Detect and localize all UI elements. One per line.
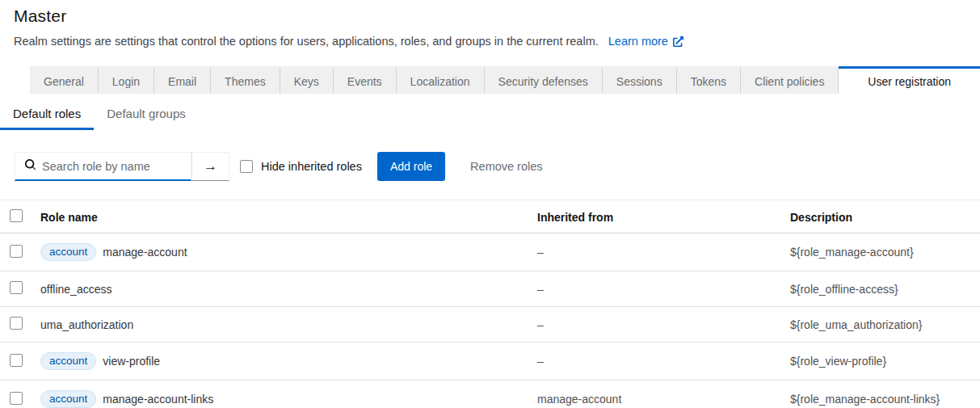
- hide-inherited-roles-control[interactable]: Hide inherited roles: [240, 160, 362, 173]
- role-name: manage-account: [103, 246, 187, 259]
- inherited-from-value: –: [537, 233, 790, 271]
- description-value: ${role_view-profile}: [790, 343, 980, 381]
- tab-tokens[interactable]: Tokens: [677, 66, 741, 94]
- learn-more-label: Learn more: [608, 35, 668, 48]
- remove-roles-button[interactable]: Remove roles: [470, 160, 542, 173]
- row-checkbox[interactable]: [10, 354, 23, 367]
- column-header-description: Description: [790, 200, 980, 233]
- tab-localization[interactable]: Localization: [397, 66, 485, 94]
- tab-sessions[interactable]: Sessions: [603, 66, 677, 94]
- role-name: uma_authorization: [40, 318, 133, 331]
- client-badge: account: [40, 243, 96, 261]
- tab-keys[interactable]: Keys: [280, 66, 334, 94]
- learn-more-link[interactable]: Learn more: [608, 35, 683, 48]
- realm-settings-tabbar: General Login Email Themes Keys Events L…: [0, 66, 980, 94]
- table-row: offline_access – ${role_offline-access}: [0, 271, 980, 307]
- tab-email[interactable]: Email: [154, 66, 211, 94]
- hide-inherited-roles-checkbox[interactable]: [240, 160, 253, 173]
- search-box: [15, 152, 191, 181]
- inherited-from-value: –: [537, 307, 790, 343]
- client-badge: account: [40, 352, 96, 370]
- external-link-icon: [673, 36, 683, 47]
- roles-toolbar: → Hide inherited roles Add role Remove r…: [0, 152, 980, 181]
- tab-security-defenses[interactable]: Security defenses: [485, 66, 603, 94]
- description-value: ${role_offline-access}: [790, 271, 980, 307]
- table-row: accountmanage-account – ${role_manage-ac…: [0, 233, 980, 271]
- table-header-row: Role name Inherited from Description: [0, 200, 980, 233]
- inherited-from-value: –: [537, 271, 790, 307]
- search-submit-button[interactable]: →: [191, 152, 229, 181]
- table-row: uma_authorization – ${role_uma_authoriza…: [0, 307, 980, 343]
- hide-inherited-roles-label: Hide inherited roles: [261, 160, 362, 173]
- row-checkbox[interactable]: [10, 317, 23, 330]
- column-header-inherited-from: Inherited from: [537, 200, 790, 233]
- table-row: accountmanage-account-links manage-accou…: [0, 381, 980, 408]
- description-value: ${role_uma_authorization}: [790, 307, 980, 343]
- search-icon: [24, 159, 36, 174]
- tab-events[interactable]: Events: [334, 66, 397, 94]
- table-row: accountview-profile – ${role_view-profil…: [0, 343, 980, 381]
- page-title: Master: [14, 6, 966, 26]
- role-name: manage-account-links: [103, 393, 213, 406]
- row-checkbox[interactable]: [10, 281, 23, 294]
- tab-general[interactable]: General: [30, 66, 99, 94]
- arrow-right-icon: →: [204, 158, 217, 175]
- subtab-default-roles[interactable]: Default roles: [0, 100, 94, 130]
- role-name: offline_access: [40, 283, 111, 296]
- page-header: Master Realm settings are settings that …: [0, 0, 980, 48]
- role-name: view-profile: [103, 355, 160, 368]
- subtab-default-groups[interactable]: Default groups: [94, 100, 199, 130]
- client-badge: account: [40, 390, 96, 408]
- user-registration-subtabs: Default roles Default groups: [0, 100, 980, 130]
- description-value: ${role_manage-account-links}: [790, 381, 980, 408]
- page-subtitle: Realm settings are settings that control…: [14, 35, 599, 48]
- row-checkbox[interactable]: [10, 392, 23, 405]
- tab-login[interactable]: Login: [99, 66, 154, 94]
- search-input[interactable]: [42, 153, 191, 179]
- select-all-checkbox[interactable]: [10, 209, 23, 222]
- inherited-from-value: –: [537, 343, 790, 381]
- tab-client-policies[interactable]: Client policies: [741, 66, 839, 94]
- default-roles-table: Role name Inherited from Description acc…: [0, 200, 980, 408]
- inherited-from-value: manage-account: [537, 381, 790, 408]
- tab-user-registration[interactable]: User registration: [839, 66, 980, 94]
- column-header-role-name: Role name: [40, 200, 537, 233]
- description-value: ${role_manage-account}: [790, 233, 980, 271]
- search-group: →: [15, 152, 229, 181]
- row-checkbox[interactable]: [10, 245, 23, 258]
- add-role-button[interactable]: Add role: [377, 152, 445, 181]
- tab-themes[interactable]: Themes: [211, 66, 280, 94]
